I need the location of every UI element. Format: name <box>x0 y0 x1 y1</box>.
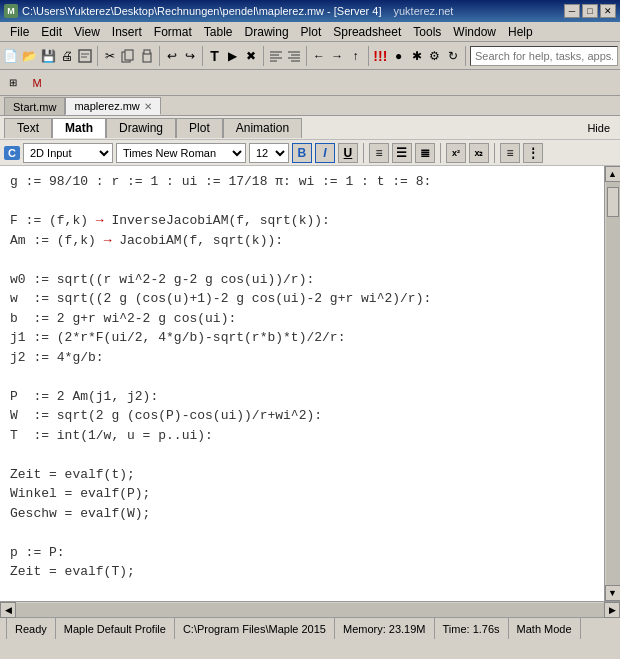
menu-help[interactable]: Help <box>502 24 539 40</box>
list-ordered-button[interactable]: ⋮ <box>523 143 543 163</box>
tb-sun[interactable]: ⚙ <box>427 45 443 67</box>
h-scroll-left-arrow[interactable]: ◀ <box>0 602 16 618</box>
menu-format[interactable]: Format <box>148 24 198 40</box>
code-line-blank6 <box>10 582 594 602</box>
title-label: C:\Users\Yukterez\Desktop\Rechnungen\pen… <box>22 5 382 17</box>
hide-button[interactable]: Hide <box>581 122 616 134</box>
doc-tab-text[interactable]: Text <box>4 118 52 138</box>
code-line-12: Zeit = evalf(t); <box>10 465 594 485</box>
menu-plot[interactable]: Plot <box>295 24 328 40</box>
new-button[interactable]: 📄 <box>2 45 19 67</box>
scroll-down-arrow[interactable]: ▼ <box>605 585 621 601</box>
tb-star[interactable]: ✱ <box>409 45 425 67</box>
doc-tab-plot[interactable]: Plot <box>176 118 223 138</box>
minimize-button[interactable]: ─ <box>564 4 580 18</box>
doc-tab-animation[interactable]: Animation <box>223 118 302 138</box>
tb-maple[interactable]: M <box>26 72 48 94</box>
tb-refresh[interactable]: ↻ <box>445 45 461 67</box>
bold-button[interactable]: B <box>292 143 312 163</box>
maximize-button[interactable]: □ <box>582 4 598 18</box>
align-right-button[interactable]: ≣ <box>415 143 435 163</box>
menu-drawing[interactable]: Drawing <box>239 24 295 40</box>
search-input[interactable] <box>470 46 618 66</box>
tb-arrow-left[interactable]: ← <box>311 45 327 67</box>
fmt-sep3 <box>494 143 495 163</box>
tb-T-button[interactable]: T <box>207 45 223 67</box>
code-line-blank4 <box>10 445 594 465</box>
scroll-up-arrow[interactable]: ▲ <box>605 166 621 182</box>
open-button[interactable]: 📂 <box>21 45 38 67</box>
tb-dot[interactable]: ● <box>390 45 406 67</box>
code-line-7: j1 := (2*r*F(ui/2, 4*g/b)-sqrt(r*b)*t)/2… <box>10 328 594 348</box>
font-select[interactable]: Times New Roman <box>116 143 246 163</box>
tb-exclaim[interactable]: !!! <box>372 45 388 67</box>
doc-tab-math[interactable]: Math <box>52 118 106 138</box>
copy-button[interactable] <box>120 45 136 67</box>
underline-button[interactable]: U <box>338 143 358 163</box>
menu-view[interactable]: View <box>68 24 106 40</box>
paste-button[interactable] <box>139 45 155 67</box>
app-icon: M <box>4 4 18 18</box>
main-content[interactable]: g := 98/10 : r := 1 : ui := 17/18 π: wi … <box>0 166 604 601</box>
tb-stop-button[interactable]: ✖ <box>243 45 259 67</box>
doc-tab-drawing[interactable]: Drawing <box>106 118 176 138</box>
code-line-blank3 <box>10 367 594 387</box>
tab-close-icon[interactable]: ✕ <box>144 101 152 112</box>
menu-insert[interactable]: Insert <box>106 24 148 40</box>
menu-edit[interactable]: Edit <box>35 24 68 40</box>
tab-maplerez[interactable]: maplerez.mw ✕ <box>65 97 160 115</box>
code-line-13: Winkel = evalf(P); <box>10 484 594 504</box>
fmt-sep1 <box>363 143 364 163</box>
menu-table[interactable]: Table <box>198 24 239 40</box>
h-scroll-right-arrow[interactable]: ▶ <box>604 602 620 618</box>
input-mode-select[interactable]: 2D Input 1D Input <box>23 143 113 163</box>
align-center-button[interactable]: ☰ <box>392 143 412 163</box>
status-bar: Ready Maple Default Profile C:\Program F… <box>0 617 620 639</box>
close-button[interactable]: ✕ <box>600 4 616 18</box>
tab-bar: Start.mw maplerez.mw ✕ <box>0 96 620 116</box>
menu-tools[interactable]: Tools <box>407 24 447 40</box>
tab-start[interactable]: Start.mw <box>4 97 65 115</box>
save-button[interactable]: 💾 <box>40 45 57 67</box>
align-left-button[interactable]: ≡ <box>369 143 389 163</box>
tb-indent[interactable] <box>286 45 302 67</box>
mode-label: Math Mode <box>517 623 572 635</box>
menu-bar: File Edit View Insert Format Table Drawi… <box>0 22 620 42</box>
title-text: M C:\Users\Yukterez\Desktop\Rechnungen\p… <box>4 4 453 18</box>
list-unordered-button[interactable]: ≡ <box>500 143 520 163</box>
tb-up-arrow[interactable]: ↑ <box>347 45 363 67</box>
h-scroll-track[interactable] <box>16 603 604 617</box>
font-size-select[interactable]: 12 <box>249 143 289 163</box>
title-bar: M C:\Users\Yukterez\Desktop\Rechnungen\p… <box>0 0 620 22</box>
fmt-sep2 <box>440 143 441 163</box>
undo-button[interactable]: ↩ <box>163 45 179 67</box>
subscript-button[interactable]: x₂ <box>469 143 489 163</box>
status-path: C:\Program Files\Maple 2015 <box>175 618 335 639</box>
code-line-2: F := (f,k) → InverseJacobiAM(f, sqrt(k))… <box>10 211 594 231</box>
tb-icon5[interactable] <box>77 45 93 67</box>
italic-button[interactable]: I <box>315 143 335 163</box>
redo-button[interactable]: ↪ <box>182 45 198 67</box>
tb-align-left[interactable] <box>268 45 284 67</box>
tb-grid[interactable]: ⊞ <box>2 72 24 94</box>
scroll-track[interactable] <box>606 182 620 585</box>
status-ready: Ready <box>6 618 56 639</box>
cut-button[interactable]: ✂ <box>102 45 118 67</box>
menu-spreadsheet[interactable]: Spreadsheet <box>327 24 407 40</box>
vertical-scrollbar[interactable]: ▲ ▼ <box>604 166 620 601</box>
tb-arrow-right[interactable]: → <box>329 45 345 67</box>
horizontal-scrollbar[interactable]: ◀ ▶ <box>0 601 620 617</box>
doc-tabs-bar: Text Math Drawing Plot Animation Hide <box>0 116 620 140</box>
scroll-thumb[interactable] <box>607 187 619 217</box>
code-line-11: T := int(1/w, u = p..ui): <box>10 426 594 446</box>
code-line-8: j2 := 4*g/b: <box>10 348 594 368</box>
sep5 <box>306 46 307 66</box>
superscript-button[interactable]: x² <box>446 143 466 163</box>
menu-file[interactable]: File <box>4 24 35 40</box>
menu-window[interactable]: Window <box>447 24 502 40</box>
time-label: Time: 1.76s <box>443 623 500 635</box>
content-wrapper: g := 98/10 : r := 1 : ui := 17/18 π: wi … <box>0 166 620 601</box>
toolbar-row-1: 📄 📂 💾 🖨 ✂ ↩ ↪ T ▶ ✖ ← → ↑ !!! ● ✱ ⚙ ↻ <box>0 42 620 70</box>
print-button[interactable]: 🖨 <box>59 45 75 67</box>
tb-play-button[interactable]: ▶ <box>225 45 241 67</box>
